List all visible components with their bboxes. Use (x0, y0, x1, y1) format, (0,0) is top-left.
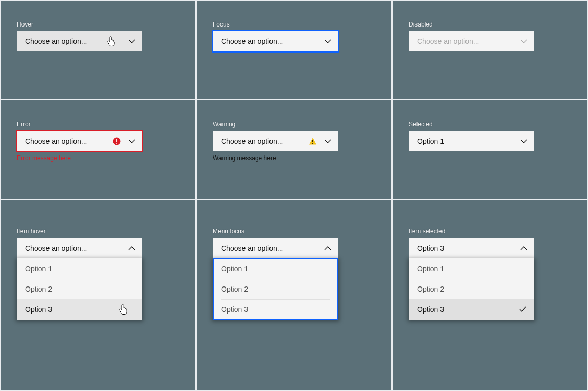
cell-item-hover: Item hover Choose an option... Option 1 … (0, 200, 196, 391)
dropdown-option-selected[interactable]: Option 3 (409, 299, 534, 320)
cell-focus: Focus Choose an option... (196, 0, 392, 100)
dropdown-option[interactable]: Option 1 (17, 258, 142, 279)
chevron-down-icon (520, 38, 527, 45)
state-label: Error (17, 121, 179, 128)
state-label: Warning (213, 121, 375, 128)
dropdown-hover[interactable]: Choose an option... (17, 31, 142, 51)
dropdown-open[interactable]: Option 3 (409, 238, 534, 258)
dropdown-focus[interactable]: Choose an option... (213, 31, 338, 51)
chevron-down-icon (128, 138, 135, 145)
cell-error: Error Choose an option... Error message … (0, 100, 196, 200)
dropdown-warning[interactable]: Choose an option... (213, 131, 338, 151)
state-label: Item selected (409, 228, 571, 235)
dropdown-option[interactable]: Option 2 (213, 279, 338, 299)
dropdown-menu: Option 1 Option 2 Option 3 (17, 258, 142, 320)
warning-icon (309, 137, 317, 145)
state-label: Hover (17, 21, 179, 28)
dropdown-placeholder: Choose an option... (25, 37, 128, 45)
option-label: Option 3 (25, 305, 52, 314)
cell-hover: Hover Choose an option... (0, 0, 196, 100)
chevron-up-icon (520, 245, 527, 252)
option-label: Option 2 (221, 285, 248, 293)
dropdown-option[interactable]: Option 2 (409, 279, 534, 299)
cell-item-selected: Item selected Option 3 Option 1 Option 2… (392, 200, 588, 391)
option-label: Option 1 (25, 265, 52, 273)
dropdown-option[interactable]: Option 1 (409, 258, 534, 279)
error-message: Error message here (17, 154, 179, 163)
state-label: Focus (213, 21, 375, 28)
dropdown-value: Option 3 (417, 244, 520, 252)
dropdown-menu-focused: Option 1 Option 2 Option 3 (213, 258, 338, 320)
dropdown-placeholder: Choose an option... (25, 137, 113, 145)
dropdown-option[interactable]: Option 2 (17, 279, 142, 299)
dropdown-placeholder: Choose an option... (221, 137, 309, 145)
dropdown-placeholder: Choose an option... (221, 244, 324, 252)
state-label: Disabled (409, 21, 571, 28)
dropdown-menu: Option 1 Option 2 Option 3 (409, 258, 534, 320)
dropdown-selected[interactable]: Option 1 (409, 131, 534, 151)
dropdown-placeholder: Choose an option... (25, 244, 128, 252)
dropdown-option-hovered[interactable]: Option 3 (17, 299, 142, 320)
chevron-down-icon (324, 38, 331, 45)
dropdown-error[interactable]: Choose an option... (17, 131, 142, 151)
option-label: Option 3 (221, 305, 248, 314)
checkmark-icon (519, 306, 526, 313)
option-label: Option 2 (417, 285, 444, 293)
dropdown-open[interactable]: Choose an option... (17, 238, 142, 258)
warning-message: Warning message here (213, 154, 375, 163)
dropdown-option[interactable]: Option 1 (213, 258, 338, 279)
cell-menu-focus: Menu focus Choose an option... Option 1 … (196, 200, 392, 391)
option-label: Option 1 (417, 265, 444, 273)
cell-disabled: Disabled Choose an option... (392, 0, 588, 100)
dropdown-disabled: Choose an option... (409, 31, 534, 51)
error-icon (113, 137, 121, 145)
cell-warning: Warning Choose an option... Warning mess… (196, 100, 392, 200)
chevron-down-icon (128, 38, 135, 45)
state-label: Menu focus (213, 228, 375, 235)
chevron-down-icon (324, 138, 331, 145)
dropdown-placeholder: Choose an option... (417, 37, 520, 45)
dropdown-option[interactable]: Option 3 (213, 299, 338, 320)
option-label: Option 1 (221, 265, 248, 273)
state-label: Item hover (17, 228, 179, 235)
dropdown-placeholder: Choose an option... (221, 37, 324, 45)
state-label: Selected (409, 121, 571, 128)
option-label: Option 2 (25, 285, 52, 293)
option-label: Option 3 (417, 305, 444, 314)
dropdown-open[interactable]: Choose an option... (213, 238, 338, 258)
cell-selected: Selected Option 1 (392, 100, 588, 200)
dropdown-value: Option 1 (417, 137, 520, 145)
chevron-down-icon (520, 138, 527, 145)
dropdown-states-grid: Hover Choose an option... Focus Choose a… (0, 0, 588, 391)
chevron-up-icon (324, 245, 331, 252)
cursor-pointer-icon (119, 304, 128, 315)
chevron-up-icon (128, 245, 135, 252)
